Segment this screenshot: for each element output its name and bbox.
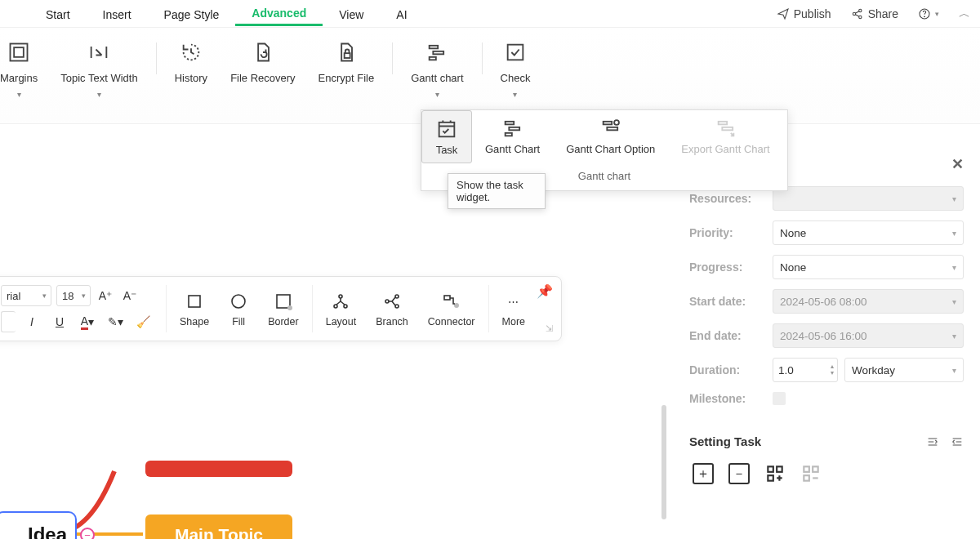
publish-button[interactable]: Publish [767,7,841,20]
history-button[interactable]: History [163,38,219,87]
gantt-option-item[interactable]: Gantt Chart Option [553,110,668,163]
collapse-ribbon-button[interactable]: ︿ [949,7,980,21]
collapse-button[interactable]: － [728,463,750,484]
file-recovery-button[interactable]: File Recovery [219,38,306,87]
end-date-label: End date: [689,329,773,342]
help-button[interactable]: ▾ [908,7,949,20]
duration-input[interactable]: 1.0▴▾ [773,358,838,382]
shape-icon [185,290,204,313]
more-icon: ⋯ [508,290,519,313]
connector-button[interactable]: Connector [418,277,485,341]
svg-rect-7 [345,53,350,58]
font-family-select[interactable]: rial [1,285,51,306]
decrease-font-button[interactable]: A⁻ [120,285,140,306]
root-node[interactable]: Idea [0,511,77,539]
spin-down-icon[interactable]: ▾ [831,370,834,376]
margins-button[interactable]: Margins▾ [0,38,49,87]
task-icon [435,119,458,139]
milestone-checkbox[interactable] [773,392,786,405]
svg-rect-9 [434,51,444,55]
highlight-button[interactable]: ✎▾ [104,311,127,332]
grid-remove-icon[interactable] [800,463,822,484]
font-color-button[interactable] [1,311,16,332]
branch-button[interactable]: Branch [366,277,418,341]
svg-rect-23 [768,475,773,481]
tab-view[interactable]: View [323,2,380,25]
svg-rect-27 [189,296,200,307]
check-button[interactable]: Check▾ [489,38,542,87]
start-date-field[interactable]: 2024-05-06 08:00 [773,289,964,314]
export-icon [715,118,737,138]
end-date-field[interactable]: 2024-05-06 16:00 [773,323,964,348]
resources-select[interactable] [773,186,964,211]
text-color-button[interactable]: A▾ [76,311,99,332]
priority-select[interactable]: None [773,220,964,245]
svg-rect-5 [11,44,28,61]
tab-advanced[interactable]: Advanced [235,1,323,26]
svg-rect-24 [804,466,809,472]
margins-icon [7,41,30,64]
task-tooltip: Show the task widget. [448,173,546,209]
tab-ai[interactable]: AI [380,2,423,25]
svg-rect-14 [509,127,519,131]
scrollbar[interactable] [662,405,666,519]
svg-rect-20 [722,127,733,131]
outdent-icon[interactable] [951,435,964,448]
tab-page-style[interactable]: Page Style [148,2,236,25]
underline-button[interactable]: U [48,311,71,332]
svg-rect-26 [804,475,809,481]
expand-arrow-icon[interactable]: ⇲ [546,323,553,334]
topic-node-red[interactable] [145,461,292,477]
setting-task-title: Setting Task [689,434,761,448]
svg-point-33 [344,305,347,308]
topic-node-orange[interactable]: Main Topic [145,514,292,539]
duration-unit-select[interactable]: Workday [844,358,964,382]
svg-point-32 [334,305,337,308]
share-icon [851,7,864,20]
connector-icon [442,290,461,313]
indent-icon[interactable] [926,435,939,448]
svg-rect-37 [444,296,450,300]
grid-add-icon[interactable] [764,463,786,484]
svg-rect-8 [430,46,439,49]
duration-label: Duration: [689,363,773,376]
pin-icon[interactable]: 📌 [537,283,553,299]
gantt-chart-item[interactable]: Gantt Chart [472,110,553,163]
topic-text-width-button[interactable]: Topic Text Width▾ [49,38,149,87]
svg-rect-22 [777,466,782,472]
task-panel: Task Information ✕ Resources: Priority: … [673,152,980,488]
menu-tabs: Start Insert Page Style Advanced View AI… [0,0,980,28]
svg-rect-29 [277,295,290,308]
layout-button[interactable]: Layout [316,277,367,341]
expand-button[interactable]: ＋ [693,463,714,484]
encrypt-file-button[interactable]: Encrypt File [307,38,386,87]
progress-select[interactable]: None [773,255,964,279]
close-icon[interactable]: ✕ [951,155,964,173]
svg-point-31 [339,295,342,298]
svg-rect-6 [14,47,24,57]
italic-button[interactable]: I [20,311,43,332]
more-button[interactable]: ⋯More [492,277,535,341]
gantt-export-item: Export Gantt Chart [668,110,782,163]
svg-rect-25 [813,466,818,472]
font-size-select[interactable]: 18 [56,285,91,306]
shape-button[interactable]: Shape [170,277,219,341]
file-recovery-icon [252,41,274,64]
tab-start[interactable]: Start [29,2,87,25]
svg-point-4 [924,16,925,16]
svg-point-30 [287,305,292,310]
increase-font-button[interactable]: A⁺ [96,285,115,306]
collapse-node-icon[interactable]: − [80,528,95,539]
tab-insert[interactable]: Insert [87,2,148,25]
gantt-task-item[interactable]: Task [421,110,472,163]
fill-button[interactable]: Fill [219,277,258,341]
svg-point-36 [395,305,399,308]
border-button[interactable]: Border [258,277,309,341]
clear-format-button[interactable]: 🧹 [131,311,154,332]
gantt-chart-button[interactable]: Gantt chart▾ [399,38,474,87]
branch-icon [382,290,402,313]
gantt-icon [425,41,448,64]
share-button[interactable]: Share [841,7,908,20]
svg-rect-19 [718,122,727,125]
mindmap-connectors [0,328,327,539]
